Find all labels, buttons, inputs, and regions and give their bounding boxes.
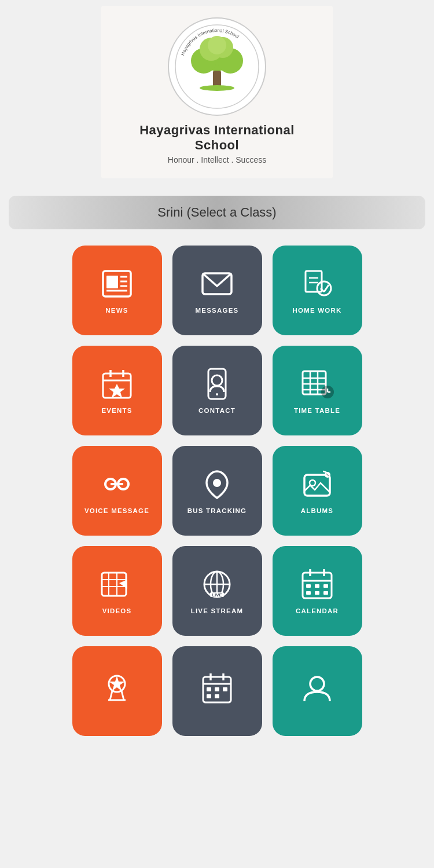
school-name: Hayagrivas International School (119, 123, 315, 153)
tile-label-calendar: CALENDAR (296, 607, 339, 616)
bustracking-icon (200, 467, 234, 501)
svg-point-84 (310, 677, 324, 691)
svg-rect-66 (323, 584, 328, 588)
svg-line-72 (110, 691, 112, 700)
tiles-grid: NEWS MESSAGES HOME WORK EVENTS CONTACT T… (67, 246, 368, 736)
tile-label-messages: MESSAGES (196, 307, 239, 315)
homework-icon (300, 266, 334, 301)
livestream-icon: LIVE (200, 567, 234, 602)
tile-label-albums: ALBUMS (301, 507, 333, 515)
tile-bustracking[interactable]: BUS TRACKING (172, 446, 262, 536)
tile-homework[interactable]: HOME WORK (273, 246, 362, 335)
svg-rect-82 (207, 694, 211, 698)
awards-icon (100, 671, 134, 706)
svg-rect-68 (315, 591, 319, 595)
tile-timetable[interactable]: TIME TABLE (273, 346, 362, 435)
tile-label-contact: CONTACT (198, 407, 236, 415)
school-logo: Hayagrivas International School (168, 17, 266, 116)
svg-rect-79 (207, 687, 211, 691)
tile-news[interactable]: NEWS (72, 246, 162, 335)
news-icon (100, 266, 134, 301)
svg-rect-17 (306, 271, 322, 292)
tile-label-bustracking: BUS TRACKING (187, 507, 247, 515)
tile-albums[interactable]: ALBUMS (273, 446, 362, 536)
tile-label-homework: HOME WORK (293, 307, 342, 315)
videos-icon (100, 567, 134, 602)
profile-icon (300, 671, 334, 706)
svg-point-20 (317, 281, 331, 295)
svg-rect-64 (306, 584, 311, 588)
events-icon (100, 367, 134, 401)
svg-point-30 (216, 393, 218, 395)
logo-svg: Hayagrivas International School (174, 23, 260, 110)
tile-label-livestream: LIVE STREAM (191, 607, 244, 616)
svg-line-73 (122, 691, 124, 700)
tile-voicemessage[interactable]: VOICE MESSAGE (72, 446, 162, 536)
calendar-icon (300, 567, 334, 602)
tile-more3[interactable] (273, 646, 362, 736)
albums-icon (300, 467, 334, 501)
contact-icon (200, 367, 234, 401)
tile-messages[interactable]: MESSAGES (172, 246, 262, 335)
tile-videos[interactable]: VIDEOS (72, 546, 162, 636)
svg-rect-65 (315, 584, 319, 588)
svg-rect-83 (215, 694, 219, 698)
svg-rect-44 (304, 475, 330, 496)
svg-text:LIVE: LIVE (212, 592, 222, 598)
svg-marker-27 (109, 384, 125, 398)
tile-calendar[interactable]: CALENDAR (273, 546, 362, 636)
tile-more2[interactable] (172, 646, 262, 736)
svg-line-22 (324, 285, 329, 292)
svg-point-29 (212, 375, 222, 386)
voicemessage-icon (100, 467, 134, 501)
user-bar-text: Srini (Select a Class) (157, 205, 276, 219)
messages-icon (200, 266, 234, 301)
tile-contact[interactable]: CONTACT (172, 346, 262, 435)
svg-marker-53 (119, 580, 127, 589)
tile-livestream[interactable]: LIVE LIVE STREAM (172, 546, 262, 636)
svg-rect-69 (323, 591, 328, 595)
svg-rect-11 (106, 276, 118, 288)
schedule-icon (200, 671, 234, 706)
svg-rect-81 (223, 687, 227, 691)
timetable-icon (300, 367, 334, 401)
tile-events[interactable]: EVENTS (72, 346, 162, 435)
svg-point-6 (208, 36, 226, 54)
svg-rect-80 (215, 687, 219, 691)
logo-section: Hayagrivas International School Hayagriv… (101, 6, 333, 178)
svg-point-8 (200, 85, 234, 91)
tile-label-events: EVENTS (101, 407, 132, 415)
svg-point-43 (213, 479, 221, 487)
user-bar[interactable]: Srini (Select a Class) (9, 196, 425, 229)
tile-label-voicemessage: VOICE MESSAGE (84, 507, 149, 515)
school-tagline: Honour . Intellect . Success (168, 155, 266, 164)
svg-rect-67 (306, 591, 311, 595)
tile-more1[interactable] (72, 646, 162, 736)
tile-label-timetable: TIME TABLE (294, 407, 340, 415)
tile-label-news: NEWS (105, 307, 128, 315)
tile-label-videos: VIDEOS (102, 607, 132, 616)
svg-rect-7 (213, 71, 221, 87)
